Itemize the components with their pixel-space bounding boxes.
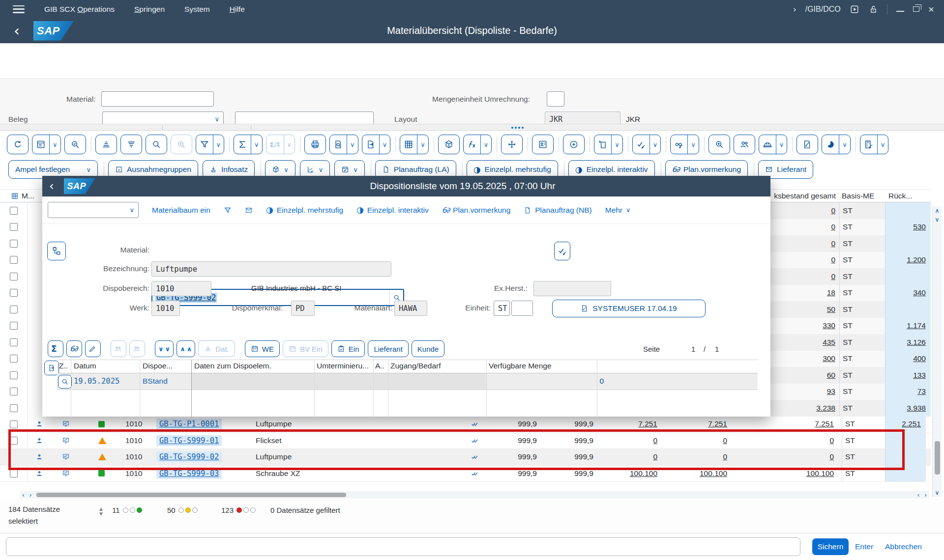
table-row[interactable]: 0 ST 530 — [770, 219, 931, 236]
traffic-light-red[interactable] — [236, 507, 256, 513]
print-button[interactable] — [304, 135, 326, 154]
double-check-icon[interactable] — [471, 470, 479, 477]
scrollbar-thumb[interactable] — [36, 493, 346, 497]
total-stock-link[interactable]: 0 — [770, 219, 835, 236]
monitor-chart-icon[interactable] — [62, 453, 70, 461]
einzelpl-mehrstufig-link[interactable]: ◑Einzelpl. mehrstufig — [266, 206, 343, 215]
sort-descending-button[interactable] — [120, 135, 142, 154]
menu-system[interactable]: System — [184, 5, 210, 14]
we-button[interactable]: WE — [245, 340, 280, 357]
row-checkbox[interactable] — [10, 289, 18, 297]
material-code-link[interactable]: GB-TG-P1-0001 — [156, 419, 222, 429]
th-verfuegbar[interactable]: Verfügbare Menge — [489, 362, 552, 370]
scroll-left-icon[interactable]: ‹ — [914, 492, 922, 499]
material-row[interactable]: 1010 GB-TG-S999-03 Schraube XZ 999,9 999… — [0, 466, 931, 482]
add-button[interactable] — [563, 135, 585, 154]
dat-button[interactable]: Dat. — [198, 340, 235, 357]
bv-ein-button[interactable]: BV Ein — [283, 340, 328, 357]
material-code-link[interactable]: GB-TG-S999-01 — [156, 435, 222, 446]
qty-link[interactable]: 100.100 — [601, 466, 657, 482]
row-checkbox[interactable] — [10, 338, 18, 346]
cancel-button[interactable]: Abbrechen — [885, 542, 922, 551]
row-checkbox[interactable] — [10, 322, 18, 330]
rueckstand-link[interactable] — [885, 466, 926, 482]
formula-button[interactable]: ∨ — [463, 135, 492, 154]
footer-message-field[interactable] — [6, 537, 800, 556]
total-stock-link[interactable]: 7.251 — [738, 416, 834, 432]
new-document-button[interactable]: ∨ — [594, 135, 623, 154]
scroll-up-icon[interactable]: ∧ — [933, 206, 942, 215]
page-up-button[interactable]: ∧∧ — [177, 340, 195, 357]
unlock-icon[interactable] — [868, 4, 878, 14]
rueckstand-link[interactable]: 1.174 — [885, 318, 931, 335]
row-checkbox[interactable] — [10, 355, 18, 363]
table-row[interactable]: 0 ST — [770, 235, 931, 252]
monitor-chart-icon[interactable] — [62, 420, 70, 428]
rueckstand-link[interactable] — [885, 268, 931, 285]
table-row[interactable]: 50 ST — [770, 301, 931, 318]
material-row[interactable]: 1010 GB-TG-S999-01 Flickset 999,9 999,9 … — [0, 433, 931, 449]
simulate-button[interactable]: ∨ — [860, 135, 889, 154]
window-close-icon[interactable]: × — [928, 4, 934, 14]
partners-button[interactable] — [734, 135, 755, 154]
bstand-row[interactable]: 19.05.2025 BStand 0 — [57, 373, 758, 390]
material-input[interactable] — [101, 91, 214, 107]
row-checkbox[interactable] — [10, 240, 18, 248]
total-stock-link[interactable]: 3.238 — [770, 400, 835, 417]
material-row[interactable]: 1010 GB-TG-S999-02 Luftpumpe 999,9 999,9… — [0, 449, 931, 466]
double-check-icon[interactable] — [471, 453, 479, 461]
rueckstand-link[interactable] — [885, 235, 931, 252]
material-row[interactable]: 1010 GB-TG-P1-0001 Luftpumpe 999,9 999,9… — [0, 416, 931, 433]
total-stock-link[interactable]: 0 — [770, 235, 835, 252]
total-stock-link[interactable]: 330 — [770, 318, 835, 335]
rueckstand-link[interactable]: 2.251 — [885, 416, 926, 432]
confirm-edit-button[interactable]: ∨ — [632, 135, 661, 154]
qty-link[interactable]: 0 — [601, 433, 657, 449]
refresh-grid-button[interactable] — [7, 135, 29, 154]
table-row[interactable]: 0 ST — [770, 268, 931, 285]
table-row[interactable]: 330 ST 1.174 — [770, 318, 931, 335]
total-stock-link[interactable]: 0 — [738, 433, 834, 449]
window-minimize-icon[interactable] — [896, 11, 904, 12]
th-daten[interactable]: Daten zum Dispoelem. — [194, 362, 271, 370]
rueckstand-link[interactable] — [885, 301, 931, 318]
plan-vormerkung-link[interactable]: 6∂Plan.vormerkung — [442, 206, 510, 215]
monitor-chart-icon[interactable] — [62, 437, 70, 445]
save-button[interactable]: Sichern — [812, 538, 849, 555]
rueckstand-link[interactable]: 340 — [885, 285, 931, 302]
subtotal-button[interactable]: Σ/Σ∨ — [266, 135, 295, 154]
qty-link[interactable]: 0 — [665, 449, 727, 465]
kunde-button[interactable]: Kunde — [412, 340, 444, 357]
traffic-light-yellow[interactable] — [178, 507, 198, 513]
hierarchy-down-button[interactable] — [129, 340, 145, 357]
person-icon[interactable] — [35, 470, 43, 477]
table-row[interactable]: 93 ST 73 — [770, 384, 931, 400]
total-stock-link[interactable]: 435 — [770, 334, 835, 351]
scroll-right-icon[interactable]: › — [27, 492, 34, 499]
materialbaum-button[interactable]: Materialbaum ein — [152, 206, 210, 215]
sysuser-button[interactable]: SYSTEMUSER 17.04.19 — [552, 300, 706, 317]
chart-button[interactable]: ∨ — [822, 135, 851, 154]
hierarchy-up-button[interactable] — [111, 340, 126, 357]
scroll-down-icon[interactable]: ∨ — [933, 488, 942, 497]
ein-button[interactable]: Ein — [331, 340, 365, 357]
grip-dots-icon[interactable] — [511, 127, 524, 129]
th-a[interactable]: A.. — [375, 362, 384, 370]
table-row[interactable]: 435 ST 3.126 — [770, 334, 931, 351]
table-row[interactable]: 0 ST 1.200 — [770, 252, 931, 269]
row-checkbox[interactable] — [10, 404, 18, 412]
window-restore-icon[interactable] — [913, 6, 919, 12]
material-cube-button[interactable] — [438, 135, 460, 154]
display-button[interactable]: 6∂ — [66, 340, 82, 357]
dialog-more-button[interactable]: Mehr∨ — [605, 206, 631, 215]
horizontal-scrollbar[interactable]: ‹ › ‹ › — [20, 491, 929, 499]
person-icon[interactable] — [35, 453, 43, 461]
rueckstand-link[interactable]: 133 — [885, 367, 931, 384]
back-icon[interactable]: ‹ — [49, 180, 54, 192]
qty-link[interactable]: 7.251 — [665, 416, 727, 432]
splitter-bar[interactable] — [0, 124, 944, 131]
filter-button[interactable] — [224, 206, 232, 214]
table-row[interactable]: 3.238 ST 3.938 — [770, 400, 931, 417]
confirm-button[interactable] — [554, 242, 570, 260]
enter-button[interactable]: Enter — [855, 542, 873, 551]
